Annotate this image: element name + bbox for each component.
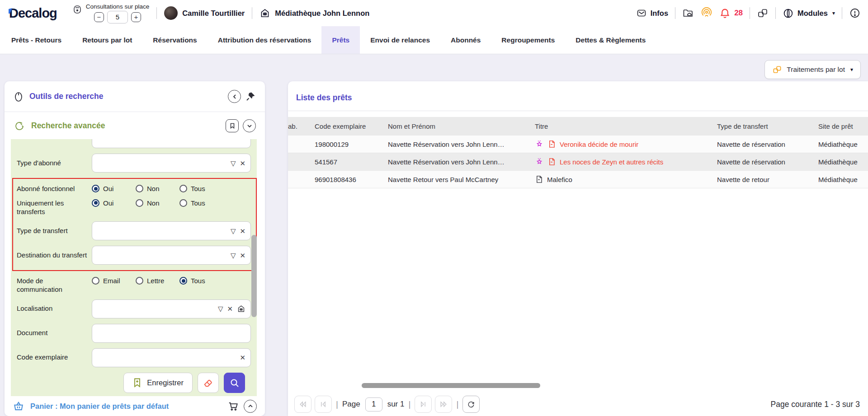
transfer-type-input[interactable]: ▽ ✕ <box>92 221 251 240</box>
highlighted-filter-group: Abonné fonctionnel Oui Non Tous Uniqueme… <box>12 178 257 271</box>
app-screen: Decalog Consultations sur place − + Cami… <box>0 0 868 416</box>
radio-option-tous[interactable]: Tous <box>179 277 223 285</box>
links-button[interactable] <box>757 7 769 19</box>
transfer-destination-input[interactable]: ▽ ✕ <box>92 246 251 265</box>
clear-icon[interactable]: ✕ <box>240 252 245 259</box>
broadcast-button[interactable] <box>701 7 712 19</box>
app-logo[interactable]: Decalog <box>7 6 57 21</box>
radio-unselected[interactable] <box>179 199 187 207</box>
subscriber-type-input[interactable]: ▽ ✕ <box>92 154 251 173</box>
batch-processing-button[interactable]: Traitements par lot ▾ <box>764 60 861 79</box>
title-text[interactable]: Les noces de Zeyn et autres récits <box>560 158 663 166</box>
consultations-label: Consultations sur place <box>86 3 149 10</box>
page-number-input[interactable] <box>365 397 382 411</box>
cart-icon[interactable] <box>227 400 239 412</box>
field-label: Code exemplaire <box>17 353 92 362</box>
radio-unselected[interactable] <box>92 277 99 285</box>
decrement-button[interactable]: − <box>94 12 104 22</box>
location-input[interactable]: ▽ ✕ <box>92 299 251 318</box>
radio-selected[interactable] <box>92 185 99 192</box>
refresh-button[interactable] <box>462 396 480 413</box>
horizontal-scrollbar-thumb[interactable] <box>362 383 540 388</box>
table-row[interactable]: 541567 Navette Réservation vers John Len… <box>288 153 868 171</box>
fast-forward-button[interactable] <box>435 396 452 413</box>
title-text[interactable]: Veronika décide de mourir <box>560 140 638 148</box>
clear-icon[interactable]: ✕ <box>240 228 245 234</box>
pin-icon[interactable] <box>245 91 256 102</box>
last-page-button[interactable] <box>415 396 432 413</box>
column-header[interactable]: Type de transfert <box>717 122 818 130</box>
infos-button[interactable]: Infos <box>636 8 668 19</box>
increment-button[interactable]: + <box>131 12 141 22</box>
refresh-icon <box>467 400 476 409</box>
radio-option-email[interactable]: Email <box>92 277 136 285</box>
tab-retours-par-lot[interactable]: Retours par lot <box>72 26 142 54</box>
radio-unselected[interactable] <box>136 185 143 192</box>
column-header[interactable]: Site de prêt <box>818 122 868 130</box>
filter-funnel-icon[interactable]: ▽ <box>218 305 223 312</box>
user-menu[interactable]: Camille Tourtillier <box>164 6 245 20</box>
radio-option-oui[interactable]: Oui <box>92 199 136 207</box>
clear-icon[interactable]: ✕ <box>227 305 233 312</box>
tab-regroupements[interactable]: Regroupements <box>491 26 565 54</box>
help-button[interactable] <box>849 7 861 19</box>
document-input[interactable] <box>92 324 251 343</box>
radio-option-lettre[interactable]: Lettre <box>136 277 179 285</box>
radio-selected[interactable] <box>179 277 187 285</box>
documents-button[interactable] <box>682 8 694 19</box>
modules-menu-button[interactable]: Modules ▾ <box>783 8 835 19</box>
table-row[interactable]: 198000129 Navette Réservation vers John … <box>288 136 868 153</box>
tab-attribution-des-r-servations[interactable]: Attribution des réservations <box>208 26 322 54</box>
tab-r-servations[interactable]: Réservations <box>142 26 207 54</box>
cell-transfer-type: Navette de réservation <box>717 158 818 166</box>
item-code-input[interactable]: ✕ <box>92 348 251 367</box>
vertical-scrollbar-thumb[interactable] <box>251 235 257 317</box>
radio-option-non[interactable]: Non <box>136 199 179 207</box>
column-header[interactable]: Titre <box>535 122 717 130</box>
collapse-section-button[interactable] <box>243 119 256 132</box>
first-page-button[interactable] <box>315 396 332 413</box>
mouse-icon <box>14 90 24 103</box>
tab-pr-ts-retours[interactable]: Prêts - Retours <box>1 26 72 54</box>
clear-icon[interactable]: ✕ <box>240 160 245 167</box>
site-selector[interactable]: Médiathèque John Lennon <box>259 8 369 19</box>
collapse-basket-button[interactable] <box>244 400 257 413</box>
fast-backward-button[interactable] <box>294 396 311 413</box>
consultations-count-input[interactable] <box>107 11 128 23</box>
field-row-transfer-type: Type de transfert ▽ ✕ <box>17 221 251 240</box>
radio-option-oui[interactable]: Oui <box>92 185 136 192</box>
run-search-button[interactable] <box>224 373 245 393</box>
tab-abonn-s[interactable]: Abonnés <box>440 26 491 54</box>
collapse-panel-button[interactable] <box>228 90 241 103</box>
plus-icon: + <box>134 14 138 20</box>
tab-envoi-de-relances[interactable]: Envoi de relances <box>360 26 440 54</box>
column-header[interactable]: ab. <box>288 122 315 130</box>
save-search-button[interactable] <box>226 119 239 132</box>
basket-section-header[interactable]: Panier : Mon panier de prêts par défaut <box>5 396 265 416</box>
filter-funnel-icon[interactable]: ▽ <box>231 228 236 234</box>
radio-unselected[interactable] <box>136 277 143 285</box>
radio-option-tous[interactable]: Tous <box>179 199 223 207</box>
info-circle-icon <box>849 7 861 19</box>
tab-pr-ts[interactable]: Prêts <box>321 26 360 54</box>
notifications-button[interactable]: 28 <box>719 8 743 19</box>
clear-form-button[interactable] <box>198 373 219 393</box>
clear-icon[interactable]: ✕ <box>240 354 245 361</box>
radio-unselected[interactable] <box>179 185 187 192</box>
radio-option-tous[interactable]: Tous <box>179 185 223 192</box>
filter-funnel-icon[interactable]: ▽ <box>231 252 236 259</box>
column-header[interactable]: Code exemplaire <box>315 122 388 130</box>
title-text[interactable]: Malefico <box>547 176 572 183</box>
library-building-icon[interactable] <box>237 304 245 313</box>
filter-funnel-icon[interactable]: ▽ <box>231 160 236 167</box>
radio-option-non[interactable]: Non <box>136 185 179 192</box>
tab-dettes-r-glements[interactable]: Dettes & Règlements <box>565 26 656 54</box>
radio-unselected[interactable] <box>136 199 143 207</box>
cell-title: Veronika décide de mourir <box>535 140 717 149</box>
table-row[interactable]: 96901808436 Navette Retour vers Paul McC… <box>288 171 868 188</box>
clipped-input[interactable] <box>92 139 251 148</box>
basket-title: Panier : Mon panier de prêts par défaut <box>30 402 169 411</box>
radio-selected[interactable] <box>92 199 99 207</box>
column-header[interactable]: Nom et Prénom <box>388 122 535 130</box>
save-search-button[interactable]: Enregistrer <box>123 373 193 393</box>
